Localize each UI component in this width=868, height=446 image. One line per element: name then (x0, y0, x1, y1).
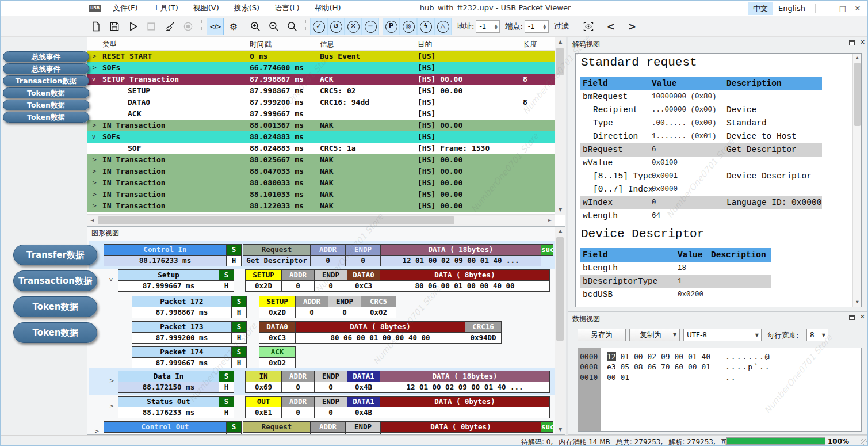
close-panel-icon[interactable]: ✕ (860, 314, 865, 320)
chevron-down-icon[interactable]: ▼ (670, 329, 679, 341)
warning-triangle-circle-icon[interactable]: △ (434, 18, 452, 35)
expand-caret-icon[interactable]: v (109, 276, 113, 283)
column-header-info[interactable]: 信息 (320, 37, 334, 51)
vscroll-thumb[interactable] (854, 63, 861, 126)
column-header-time[interactable]: 时间戳 (250, 37, 272, 51)
address-spinbox[interactable]: -1▲▼ (476, 20, 500, 33)
vscroll-thumb[interactable] (556, 237, 564, 341)
packet-row[interactable]: >IN Transaction88.080033 msNAK[HS] 00.00 (87, 177, 555, 189)
row-width-select[interactable]: 8 ▼ (806, 329, 828, 341)
decode-vscrollbar[interactable]: ▲ ▼ (852, 54, 861, 307)
packet-table-vscrollbar[interactable]: ▲ ▼ (555, 37, 565, 215)
menu-item-工具T[interactable]: 工具(T) (146, 1, 186, 16)
address-spinbox-value[interactable]: -1 (476, 21, 492, 32)
scroll-right-icon[interactable]: ► (545, 215, 555, 226)
graphics-row-control-out[interactable]: >Control OutSHRequestADDRENDPDATA ( 0byt… (87, 421, 555, 435)
record-icon[interactable] (179, 18, 197, 35)
expand-caret-icon[interactable]: > (92, 200, 97, 212)
graphics-row-setup[interactable]: vSetupS87.999667 msHSETUP0x2DADDR0ENDP0D… (87, 269, 555, 292)
packet-row[interactable]: SOF88.024883 msCRC5: 1a[HS] Frame: 1530 (87, 143, 555, 154)
expand-caret-icon[interactable]: v (92, 74, 95, 85)
spinner-arrows-icon[interactable]: ▲▼ (492, 21, 499, 32)
expand-caret-icon[interactable]: > (92, 177, 97, 189)
graphics-vscrollbar[interactable]: ▲ ▼ (555, 227, 565, 434)
packet-row[interactable]: DATA087.999200 msCRC16: 94dd[HS]8 (87, 97, 555, 108)
ack-check-circle-icon[interactable]: ✓ (310, 18, 327, 35)
stop-icon[interactable] (143, 18, 160, 35)
scroll-down-icon[interactable]: ▼ (555, 425, 565, 434)
scroll-up-icon[interactable]: ▲ (555, 227, 565, 236)
maximize-button[interactable]: □ (835, 1, 850, 16)
endpoint-spinbox[interactable]: -1▲▼ (525, 20, 549, 33)
run-icon[interactable] (124, 18, 142, 35)
previous-icon[interactable]: < (602, 18, 620, 35)
packet-row[interactable]: >IN Transaction88.025667 msNAK[HS] 00.00 (87, 154, 555, 166)
menu-item-帮助H[interactable]: 帮助(H) (307, 1, 349, 16)
column-header-type[interactable]: 类型 (102, 37, 117, 51)
packet-row[interactable]: SETUP87.998867 msCRC5: 02[HS] 00.00 (87, 85, 555, 97)
copy-as-button[interactable]: 复制为 ▼ (629, 329, 680, 341)
expand-caret-icon[interactable]: > (94, 428, 99, 434)
language-english-button[interactable]: English (773, 3, 810, 14)
graphics-row-packet-173[interactable]: Packet 173S87.999200 msHDATA00xC3DATA ( … (87, 321, 555, 344)
packet-row[interactable]: >SOFs66.774600 ms[HS] (87, 62, 555, 74)
scroll-up-icon[interactable]: ▲ (853, 54, 862, 63)
save-icon[interactable] (106, 18, 123, 35)
packet-row[interactable]: vSOFs88.024883 ms[HS] (87, 131, 555, 143)
hex-bytes[interactable]: 12 01 00 02 09 00 01 40 (607, 352, 715, 362)
menu-item-语言L[interactable]: 语言(L) (267, 1, 307, 16)
close-button[interactable]: ✕ (850, 1, 865, 16)
hscroll-thumb[interactable] (98, 216, 454, 224)
packet-row[interactable]: vSETUP Transaction87.998867 msACK[HS] 00… (87, 74, 555, 85)
split-lightning-circle-icon[interactable]: ϟ (417, 18, 434, 35)
settings-gear-icon[interactable]: ⚙ (225, 18, 242, 35)
save-as-button[interactable]: 另存为 (578, 329, 626, 341)
graphics-row-data-in[interactable]: >Data InS88.172150 msHIN0x69ADDR0ENDP0DA… (87, 371, 555, 394)
menu-item-文件F[interactable]: 文件(F) (105, 1, 146, 16)
sync-circle-icon[interactable]: ↺ (327, 18, 345, 35)
graphics-row-control-in[interactable]: Control InS88.176233 msHRequestGet Descr… (87, 244, 555, 267)
float-panel-icon[interactable] (849, 40, 855, 45)
scroll-left-icon[interactable]: ◄ (87, 215, 97, 226)
graphics-row-packet-172[interactable]: Packet 172S87.998867 msHSETUP0x2DADDR0EN… (87, 296, 555, 319)
endpoint-spinbox-value[interactable]: -1 (525, 21, 541, 32)
zoom-out-icon[interactable] (265, 18, 282, 35)
menu-item-视图V[interactable]: 视图(V) (186, 1, 227, 16)
next-icon[interactable]: > (624, 18, 641, 35)
spinner-arrows-icon[interactable]: ▲▼ (541, 21, 548, 32)
graphics-row-packet-174[interactable]: Packet 174S87.999667 msHACK0xD2 (87, 346, 555, 369)
zoom-in-icon[interactable] (247, 18, 264, 35)
packet-row[interactable]: >IN Transaction88.101033 msNAK[HS] 00.00 (87, 189, 555, 200)
menu-item-搜索S[interactable]: 搜索(S) (227, 1, 267, 16)
code-icon[interactable]: </> (207, 18, 224, 35)
graphics-row-status-out[interactable]: >Status OutS88.176233 msHOUT0xE1ADDR0END… (87, 396, 555, 419)
hex-bytes[interactable]: e3 05 08 06 70 60 00 01 (607, 362, 715, 372)
language-chinese-button[interactable]: 中文 (748, 2, 773, 15)
expand-caret-icon[interactable]: v (92, 131, 95, 143)
sof-spiral-circle-icon[interactable]: ◎ (400, 18, 417, 35)
error-cross-circle-icon[interactable]: ✕ (345, 18, 362, 35)
minimize-button[interactable]: — (820, 1, 835, 16)
packet-row[interactable]: ACK87.999667 ms[HS] (87, 108, 555, 120)
expand-caret-icon[interactable]: > (92, 62, 97, 74)
hex-dump-area[interactable]: 000012 01 00 02 09 00 01 40 .......@0008… (578, 348, 862, 432)
expand-caret-icon[interactable]: > (109, 378, 114, 384)
search-icon[interactable] (284, 18, 301, 35)
scan-eye-icon[interactable] (580, 18, 597, 35)
scroll-down-icon[interactable]: ▼ (853, 298, 862, 307)
scroll-up-icon[interactable]: ▲ (555, 37, 565, 47)
scroll-down-icon[interactable]: ▼ (555, 205, 565, 215)
packet-row[interactable]: >IN Transaction88.122033 msNAK[HS] 00.00 (87, 200, 555, 212)
new-file-icon[interactable] (87, 18, 105, 35)
close-panel-icon[interactable]: ✕ (860, 40, 865, 45)
stall-minus-circle-icon[interactable]: − (362, 18, 379, 35)
expand-caret-icon[interactable]: > (92, 166, 97, 177)
packet-row[interactable]: >RESET START0 nsBus Event[US] (87, 51, 555, 62)
expand-caret-icon[interactable]: > (109, 403, 114, 409)
resize-grip-icon[interactable] (861, 439, 868, 446)
packet-row[interactable]: >IN Transaction88.047033 msNAK[HS] 00.00 (87, 166, 555, 177)
ping-flag-circle-icon[interactable]: P (383, 18, 400, 35)
hex-bytes[interactable]: 00 01 (607, 372, 634, 383)
packet-row[interactable]: >IN Transaction88.001367 msNAK[HS] 00.00 (87, 120, 555, 131)
encoding-select[interactable]: UTF-8 ▼ (683, 329, 762, 341)
